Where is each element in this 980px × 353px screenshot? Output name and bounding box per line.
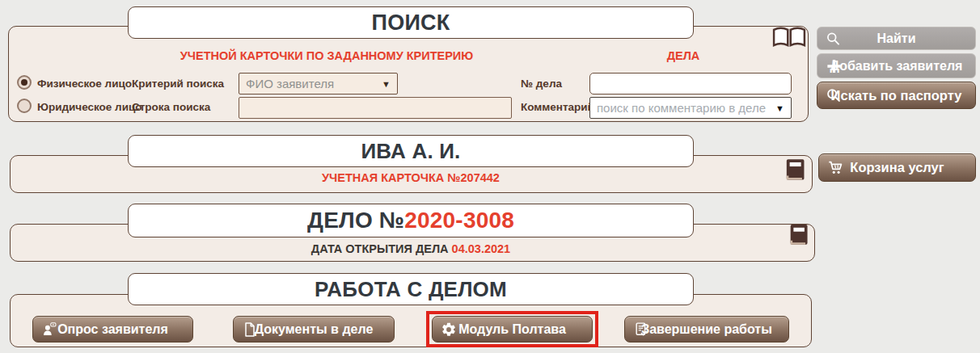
chevron-down-icon: ▼ [382,79,391,89]
finish-work-button[interactable]: Завершение работы [624,316,789,342]
search-by-passport-button[interactable]: Искать по паспорту [817,82,976,109]
service-basket-label: Корзина услуг [850,160,944,175]
radio-physical-person[interactable] [17,75,32,90]
find-button[interactable]: Найти [817,27,976,50]
case-date-value: 04.03.2021 [452,242,511,255]
criteria-label: Критерий поиска [132,78,224,90]
interview-applicant-label: Опрос заявителя [57,322,168,337]
search-icon [826,87,842,103]
case-documents-button[interactable]: Документы в деле [233,316,395,342]
case-title-prefix: ДЕЛО № [307,208,404,233]
person-icon [41,321,58,338]
search-title-box: ПОИСК [128,6,694,39]
document-icon [242,321,258,338]
add-applicant-button[interactable]: Добавить заявителя [817,53,976,78]
search-title: ПОИСК [372,11,450,36]
open-book-icon[interactable] [772,27,806,49]
service-basket-button[interactable]: Корзина услуг [818,153,976,182]
case-documents-label: Документы в деле [255,322,374,337]
add-applicant-label: Добавить заявителя [830,59,963,74]
card-subtitle: УЧЕТНАЯ КАРТОЧКА №207442 [128,171,694,184]
find-button-label: Найти [877,32,916,46]
search-subtitle: УЧЕТНОЙ КАРТОЧКИ ПО ЗАДАННОМУ КРИТЕРИЮ [136,49,517,62]
plus-icon [826,57,843,74]
comment-select[interactable]: поиск по комментарию в деле ▼ [589,97,792,119]
gear-icon [441,321,457,338]
module-poltava-label: Модуль Полтава [458,322,566,337]
closed-book-icon[interactable] [784,158,806,183]
work-title: РАБОТА С ДЕЛОМ [315,277,507,302]
document-check-icon [633,321,649,338]
radio-legal-person[interactable] [17,99,32,113]
card-title: ИВА А. И. [361,139,460,164]
case-number: 2020-3008 [404,208,514,233]
search-icon [826,31,841,46]
criteria-select-value: ФИО заявителя [246,77,334,90]
criteria-select[interactable]: ФИО заявителя ▼ [239,73,398,95]
case-date-label: ДАТА ОТКРЫТИЯ ДЕЛА [311,242,449,255]
query-label: Строка поиска [132,101,210,113]
work-title-box: РАБОТА С ДЕЛОМ [128,273,694,305]
card-title-box: ИВА А. И. [128,135,694,167]
closed-book-icon[interactable] [788,223,809,247]
app-root: ПОИСК УЧЕТНОЙ КАРТОЧКИ ПО ЗАДАННОМУ КРИТ… [0,0,980,353]
interview-applicant-button[interactable]: Опрос заявителя [32,316,193,342]
radio-legal-label: Юридическое лицо [37,101,142,113]
comment-select-value: поиск по комментарию в деле [597,101,766,115]
search-subtitle-cases: ДЕЛА [647,49,720,62]
radio-physical-label: Физическое лицо [37,78,132,90]
query-input[interactable] [239,97,512,119]
case-date-subtitle: ДАТА ОТКРЫТИЯ ДЕЛА 04.03.2021 [128,242,694,255]
cart-icon [827,159,845,177]
case-title-box: ДЕЛО № 2020-3008 [128,204,694,237]
comment-label: Комментарий [521,101,594,113]
case-number-label: № дела [521,78,562,90]
search-by-passport-label: Искать по паспорту [831,88,962,103]
case-number-input[interactable] [589,73,792,95]
finish-work-label: Завершение работы [641,322,772,337]
module-poltava-button[interactable]: Модуль Полтава [432,316,593,342]
chevron-down-icon: ▼ [775,103,784,113]
